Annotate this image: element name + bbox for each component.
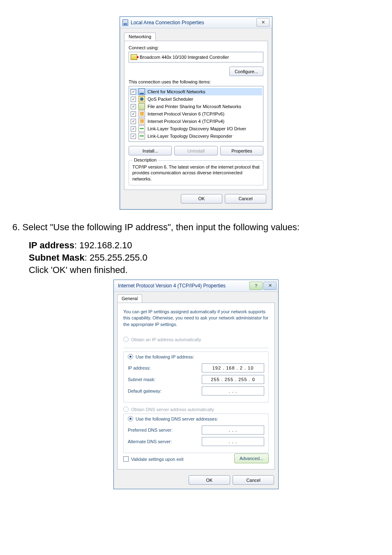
radio-label: Use the following DNS server addresses:	[136, 416, 218, 421]
client-icon	[138, 88, 145, 95]
after-text: Click 'OK' when finished.	[29, 265, 380, 275]
list-item-label: Internet Protocol Version 4 (TCP/IPv4)	[148, 119, 224, 124]
close-button[interactable]: ✕	[256, 18, 270, 27]
step-text: Select "Use the following IP address", t…	[22, 222, 299, 232]
checkbox-icon[interactable]: ✓	[131, 89, 136, 95]
help-button[interactable]: ?	[249, 282, 263, 290]
values-block: IP address: 192.168.2.10 Subnet Mask: 25…	[29, 240, 380, 275]
description-group: Description TCP/IP version 6. The latest…	[129, 160, 263, 185]
adapter-field: Broadcom 440x 10/100 Integrated Controll…	[129, 52, 263, 62]
radio-icon	[128, 416, 133, 421]
list-item-label: Link-Layer Topology Discovery Responder	[148, 134, 232, 139]
checkbox-icon[interactable]: ✓	[131, 134, 136, 139]
radio-label: Use the following IP address:	[136, 354, 194, 359]
tab-strip: Networking	[124, 32, 268, 41]
lan-properties-dialog: Local Area Connection Properties ✕ Netwo…	[120, 16, 272, 210]
checkbox-icon[interactable]: ✓	[131, 119, 136, 124]
list-item[interactable]: ✓ Link-Layer Topology Discovery Responde…	[130, 132, 262, 140]
items-label: This connection uses the following items…	[129, 79, 263, 84]
checkbox-icon[interactable]: ✓	[131, 104, 136, 109]
ok-button[interactable]: OK	[181, 194, 222, 204]
network-adapter-icon	[122, 19, 128, 26]
checkbox-icon[interactable]: ✓	[131, 126, 136, 132]
scheduler-icon	[138, 96, 145, 102]
radio-manual-dns[interactable]: Use the following DNS server addresses:	[128, 416, 221, 421]
titlebar: Internet Protocol Version 4 (TCP/IPv4) P…	[114, 280, 278, 292]
nic-card-icon	[131, 54, 137, 60]
radio-auto-dns: Obtain DNS server address automatically	[123, 407, 269, 412]
checkbox-icon[interactable]: ✓	[131, 111, 136, 117]
validate-label: Validate settings upon exit	[131, 457, 184, 462]
tab-networking[interactable]: Networking	[124, 32, 156, 41]
networking-panel: Connect using: Broadcom 440x 10/100 Inte…	[124, 41, 268, 190]
intro-text: You can get IP settings assigned automat…	[123, 309, 269, 328]
list-item-label: QoS Packet Scheduler	[148, 97, 193, 102]
protocol-icon	[138, 118, 145, 125]
install-button[interactable]: Install...	[129, 146, 172, 155]
alternate-dns-input[interactable]: . . .	[202, 437, 264, 446]
tab-general[interactable]: General	[117, 294, 142, 303]
radio-icon	[128, 354, 133, 359]
radio-icon	[123, 337, 129, 342]
description-text: TCP/IP version 6. The latest version of …	[132, 164, 260, 182]
list-item[interactable]: ✓ Internet Protocol Version 4 (TCP/IPv4)	[130, 118, 262, 125]
list-item[interactable]: ✓ Link-Layer Topology Discovery Mapper I…	[130, 125, 262, 132]
titlebar: Local Area Connection Properties ✕	[120, 17, 272, 28]
ip-address-label: IP address	[29, 240, 74, 250]
ipv4-properties-dialog: Internet Protocol Version 4 (TCP/IPv4) P…	[113, 280, 279, 489]
link-layer-icon	[138, 133, 145, 139]
connection-items-list[interactable]: ✓ Client for Microsoft Networks ✓ QoS Pa…	[129, 86, 263, 142]
list-item-label: Link-Layer Topology Discovery Mapper I/O…	[148, 126, 246, 131]
close-button[interactable]: ✕	[263, 282, 277, 290]
default-gateway-label: Default gateway:	[128, 388, 202, 393]
protocol-icon	[138, 111, 145, 117]
manual-dns-group: Use the following DNS server addresses: …	[123, 414, 269, 453]
list-item-label: Internet Protocol Version 6 (TCP/IPv6)	[148, 111, 224, 116]
manual-ip-group: Use the following IP address: IP address…	[123, 352, 269, 402]
cancel-button[interactable]: Cancel	[233, 475, 274, 485]
step-line: 6. Select "Use the following IP address"…	[12, 222, 380, 233]
file-printer-icon	[138, 103, 145, 110]
radio-manual-ip[interactable]: Use the following IP address:	[128, 354, 196, 359]
checkbox-icon[interactable]: ✓	[131, 97, 136, 102]
step-number: 6.	[12, 222, 20, 232]
list-item[interactable]: ✓ File and Printer Sharing for Microsoft…	[130, 103, 262, 110]
ip-address-label: IP address:	[128, 365, 202, 370]
configure-button[interactable]: Configure...	[229, 67, 263, 76]
list-item-label: File and Printer Sharing for Microsoft N…	[148, 104, 241, 109]
subnet-mask-label: Subnet mask:	[128, 377, 202, 382]
preferred-dns-label: Preferred DNS server:	[128, 428, 202, 432]
radio-icon	[123, 407, 129, 412]
subnet-mask-input[interactable]: 255 . 255 . 255 . 0	[202, 375, 264, 384]
connect-using-label: Connect using:	[129, 45, 263, 50]
dialog-title: Local Area Connection Properties	[131, 20, 204, 25]
list-item[interactable]: ✓ Client for Microsoft Networks	[130, 88, 262, 95]
subnet-mask-label: Subnet Mask	[29, 252, 85, 263]
ip-address-input[interactable]: 192 . 168 . 2 . 10	[202, 363, 264, 372]
default-gateway-input[interactable]: . . .	[202, 386, 264, 395]
description-legend: Description	[132, 157, 158, 162]
tab-strip: General	[117, 294, 275, 303]
properties-button[interactable]: Properties	[220, 146, 263, 155]
radio-auto-ip[interactable]: Obtain an IP address automatically	[123, 337, 269, 342]
cancel-button[interactable]: Cancel	[225, 194, 266, 204]
ok-button[interactable]: OK	[189, 475, 230, 485]
radio-label: Obtain DNS server address automatically	[131, 407, 214, 412]
list-item[interactable]: ✓ Internet Protocol Version 6 (TCP/IPv6)	[130, 110, 262, 118]
checkbox-icon[interactable]	[123, 456, 129, 462]
adapter-name: Broadcom 440x 10/100 Integrated Controll…	[140, 55, 229, 60]
list-item[interactable]: ✓ QoS Packet Scheduler	[130, 95, 262, 103]
preferred-dns-input[interactable]: . . .	[202, 426, 264, 435]
advanced-button[interactable]: Advanced...	[234, 453, 269, 463]
uninstall-button: Uninstall	[174, 146, 217, 155]
dialog-title: Internet Protocol Version 4 (TCP/IPv4) P…	[118, 283, 226, 289]
radio-label: Obtain an IP address automatically	[131, 337, 201, 342]
ip-address-value: : 192.168.2.10	[74, 240, 132, 250]
subnet-mask-value: : 255.255.255.0	[85, 252, 148, 263]
alternate-dns-label: Alternate DNS server:	[128, 439, 202, 444]
list-item-label: Client for Microsoft Networks	[148, 89, 205, 94]
link-layer-icon	[138, 125, 145, 132]
